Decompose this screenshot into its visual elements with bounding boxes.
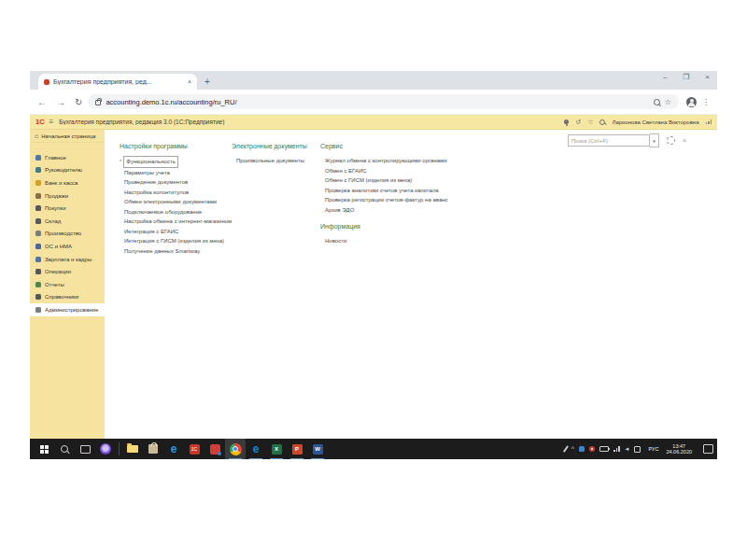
home-label: Начальная страница [41, 133, 95, 139]
task-view-button[interactable] [75, 439, 95, 459]
search-dropdown-icon[interactable]: ▾ [650, 133, 659, 147]
bank-cash-icon [35, 180, 41, 186]
sidebar-label: Отчеты [45, 282, 64, 287]
app-menu-icon[interactable]: ≡ [49, 118, 54, 126]
sidebar-item-salary[interactable]: Зарплата и кадры [30, 253, 105, 266]
omnibox[interactable]: accounting.demo.1c.ru/accounting/ru_RU/ … [88, 94, 679, 109]
language-indicator[interactable]: РУС [648, 446, 658, 452]
url-text[interactable]: accounting.demo.1c.ru/accounting/ru_RU/ [106, 98, 648, 106]
network-icon[interactable] [613, 446, 620, 452]
profile-avatar[interactable] [686, 97, 697, 107]
main-content: ▾ × Настройки программы * Функциональнос… [105, 130, 717, 439]
sidebar-item-administration[interactable]: Администрирование [30, 303, 105, 316]
sidebar-label: Производство [45, 231, 81, 236]
link-edo-archive[interactable]: Архив ЭДО [325, 205, 448, 216]
link-egais-integration[interactable]: Интеграция с ЕГАИС [124, 227, 232, 237]
link-egais-exchange[interactable]: Обмен с ЕГАИС [325, 166, 448, 176]
security-icon[interactable] [589, 446, 595, 452]
browser-tab[interactable]: Бухгалтерия предприятия, ред... × [38, 74, 197, 90]
focus-marker: * [120, 157, 121, 167]
app-header: 1С ≡ Бухгалтерия предприятия, редакция 3… [30, 115, 717, 130]
sidebar-item-purchases[interactable]: Покупки [30, 202, 105, 215]
search-input[interactable] [568, 134, 650, 147]
new-tab-button[interactable]: + [204, 77, 210, 87]
link-label[interactable]: Функциональность [123, 156, 177, 168]
taskbar-search-button[interactable] [54, 439, 75, 459]
sidebar-item-assets[interactable]: ОС и НМА [30, 240, 105, 253]
sidebar-item-main[interactable]: Главное [30, 151, 105, 164]
edge-button[interactable]: e [246, 439, 266, 459]
link-capital-check[interactable]: Проверка аналитики счетов учета капитала [325, 186, 448, 196]
sidebar-item-manager[interactable]: Руководителю [30, 164, 105, 177]
bluetooth-icon[interactable] [579, 446, 585, 452]
internet-explorer-button[interactable]: e [163, 439, 184, 459]
battery-icon[interactable] [599, 446, 609, 453]
volume-icon[interactable]: ◄ [625, 446, 630, 452]
notification-center-icon[interactable] [703, 444, 713, 454]
back-icon[interactable]: ← [37, 97, 47, 107]
link-news[interactable]: Новости [325, 236, 448, 246]
sidebar-item-production[interactable]: Производство [30, 228, 105, 241]
sidebar-item-home[interactable]: ⌂ Начальная страница [30, 130, 105, 143]
link-functionality[interactable]: * Функциональность [124, 156, 232, 168]
panel-close-icon[interactable]: × [683, 137, 686, 144]
1c-app-button[interactable]: 1С [184, 439, 204, 459]
link-edoc-exchange[interactable]: Обмен электронными документами [124, 197, 232, 207]
link-arbitrary-docs[interactable]: Произвольные документы [236, 156, 307, 166]
link-equipment[interactable]: Подключаемое оборудование [124, 207, 232, 217]
excel-button[interactable]: X [266, 439, 287, 459]
fixed-assets-icon [35, 244, 41, 249]
search-icon[interactable] [599, 119, 605, 125]
sidebar-item-directories[interactable]: Справочники [30, 291, 105, 304]
link-invoice-check[interactable]: Проверка регистрации счетов-фактур на ав… [325, 195, 448, 205]
browser-menu-icon[interactable]: ⋮ [702, 98, 710, 106]
link-webstore-exchange[interactable]: Настройка обмена с интернет-магазином [124, 217, 232, 227]
reload-icon[interactable]: ↻ [75, 97, 82, 107]
chrome-button[interactable] [225, 439, 246, 459]
sidebar-item-warehouse[interactable]: Склад [30, 215, 105, 228]
sidebar-item-reports[interactable]: Отчеты [30, 278, 105, 291]
red-app-button[interactable] [204, 439, 225, 459]
bookmark-star-icon[interactable]: ☆ [665, 98, 671, 106]
tab-close-icon[interactable]: × [188, 78, 191, 85]
history-icon[interactable]: ↺ [575, 119, 581, 125]
favorites-star-icon[interactable]: ☆ [587, 119, 593, 125]
file-explorer-button[interactable] [122, 439, 143, 459]
link-gism-exchange[interactable]: Обмен с ГИСМ (изделия из меха) [325, 175, 448, 186]
minimize-button[interactable]: – [663, 73, 667, 81]
tray-chevron-icon[interactable]: ^ [571, 446, 574, 452]
edge-icon: e [253, 443, 260, 455]
sidebar-item-operations[interactable]: Операции [30, 265, 105, 278]
clock[interactable]: 13:47 24.06.2020 [666, 443, 692, 455]
link-doc-posting[interactable]: Проведение документов [124, 177, 232, 188]
sidebar-item-sales[interactable]: Продажи [30, 189, 105, 203]
cortana-button[interactable] [95, 439, 116, 459]
link-gism-integration[interactable]: Интеграция с ГИСМ (изделия из меха) [124, 236, 232, 246]
word-button[interactable]: W [307, 439, 328, 459]
powerpoint-button[interactable]: P [287, 439, 307, 459]
link-smartway[interactable]: Получение данных Smartway [124, 246, 232, 257]
usb-icon[interactable] [634, 446, 641, 453]
sidebar-menu: Главное Руководителю Банк и касса Продаж… [30, 143, 105, 316]
close-button[interactable]: × [705, 73, 710, 81]
zoom-icon[interactable] [654, 99, 660, 105]
operations-icon [35, 269, 41, 274]
link-headers-footers[interactable]: Настройка колонтитулов [124, 188, 232, 198]
settings-gear-icon[interactable] [667, 136, 675, 145]
notifications-bell-icon[interactable] [564, 119, 569, 124]
store-button[interactable] [143, 439, 163, 459]
pen-icon[interactable] [563, 445, 569, 453]
sidebar-item-bank[interactable]: Банк и касса [30, 176, 105, 189]
start-button[interactable] [34, 439, 54, 459]
production-icon [35, 231, 41, 236]
current-user[interactable]: Ларионова Светлана Викторовна [612, 119, 698, 125]
window-controls: – ❐ × [663, 73, 710, 81]
link-exchange-journal[interactable]: Журнал обмена с контролирующими органами [325, 156, 448, 166]
red-app-badge-icon [210, 444, 220, 455]
column-heading: Настройки программы [120, 143, 232, 149]
app-header-tools: ↺ ☆ Ларионова Светлана Викторовна [564, 119, 712, 125]
internet-explorer-icon: e [171, 443, 177, 455]
maximize-button[interactable]: ❐ [683, 73, 689, 81]
link-accounting-params[interactable]: Параметры учета [124, 168, 232, 178]
forward-icon[interactable]: → [56, 97, 65, 107]
